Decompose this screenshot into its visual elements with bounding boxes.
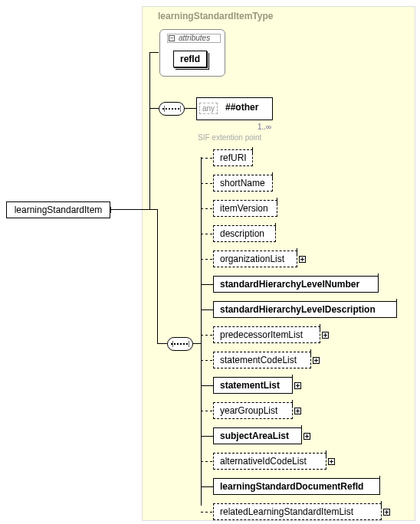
conn-bridge-v bbox=[157, 209, 158, 344]
conn-child-2 bbox=[201, 208, 213, 209]
element-yearGroupList: yearGroupList bbox=[213, 402, 293, 419]
conn-child-4 bbox=[201, 259, 213, 260]
element-relatedLearningStandardItemList: relatedLearningStandardItemList bbox=[213, 503, 382, 520]
element-statementList: statementList bbox=[213, 377, 293, 394]
element-description: description bbox=[213, 225, 276, 242]
conn-child-6 bbox=[201, 309, 213, 310]
attributes-toggle[interactable]: − bbox=[169, 35, 175, 41]
element-standardHierarchyLevelDescription: standardHierarchyLevelDescription bbox=[213, 301, 397, 318]
any-tag: any bbox=[199, 103, 218, 114]
expand-yearGroupList[interactable] bbox=[294, 408, 301, 414]
root-element: learningStandardItem bbox=[6, 201, 110, 218]
element-predecessorItemList: predecessorItemList bbox=[213, 326, 320, 343]
conn-child-5 bbox=[201, 284, 213, 285]
conn-to-attr bbox=[149, 52, 159, 53]
conn-child-1 bbox=[201, 183, 213, 184]
sequence-compositor-inner bbox=[167, 337, 193, 351]
conn-child-14 bbox=[201, 512, 213, 513]
attributes-header: attributes bbox=[167, 34, 221, 43]
children-rail bbox=[201, 157, 202, 506]
element-shortName: shortName bbox=[213, 175, 273, 192]
any-occurs: 1..∞ bbox=[258, 123, 271, 131]
root-stub bbox=[110, 207, 111, 213]
element-alternativeIdCodeList: alternativeIdCodeList bbox=[213, 453, 326, 470]
any-namespace: ##other bbox=[225, 102, 258, 113]
extension-note: SIF extention point bbox=[198, 133, 261, 142]
conn-child-9 bbox=[201, 385, 213, 386]
seq2-to-rail bbox=[193, 343, 201, 344]
conn-child-10 bbox=[201, 411, 213, 411]
conn-to-seq2 bbox=[157, 343, 167, 344]
expand-alternativeIdCodeList[interactable] bbox=[328, 458, 335, 465]
element-itemVersion: itemVersion bbox=[213, 200, 277, 217]
conn-bridge-h bbox=[149, 209, 157, 210]
expand-organizationList[interactable] bbox=[299, 256, 306, 263]
conn-child-13 bbox=[201, 486, 213, 487]
conn-child-12 bbox=[201, 461, 213, 462]
element-subjectAreaList: subjectAreaList bbox=[213, 427, 302, 444]
conn-root-v bbox=[149, 52, 150, 210]
conn-child-7 bbox=[201, 335, 213, 336]
expand-statementCodeList[interactable] bbox=[313, 357, 320, 364]
attribute-refid: refId bbox=[173, 51, 207, 67]
conn-to-seq1 bbox=[149, 108, 159, 109]
element-learningStandardDocumentRefId: learningStandardDocumentRefId bbox=[213, 478, 380, 495]
conn-child-8 bbox=[201, 360, 213, 361]
expand-statementList[interactable] bbox=[294, 382, 301, 389]
type-name-label: learningStandardItemType bbox=[158, 11, 273, 21]
conn-child-0 bbox=[201, 158, 213, 159]
element-organizationList: organizationList bbox=[213, 251, 297, 267]
element-statementCodeList: statementCodeList bbox=[213, 352, 311, 368]
sequence-compositor-outer bbox=[159, 102, 185, 116]
element-standardHierarchyLevelNumber: standardHierarchyLevelNumber bbox=[213, 276, 379, 293]
conn-child-3 bbox=[201, 234, 213, 234]
conn-root-h bbox=[111, 209, 149, 210]
conn-child-11 bbox=[201, 436, 213, 437]
conn-seq1-any bbox=[185, 108, 196, 109]
element-refURI: refURI bbox=[213, 149, 253, 166]
expand-relatedLearningStandardItemList[interactable] bbox=[383, 509, 390, 516]
expand-predecessorItemList[interactable] bbox=[322, 332, 329, 339]
expand-subjectAreaList[interactable] bbox=[304, 433, 310, 440]
